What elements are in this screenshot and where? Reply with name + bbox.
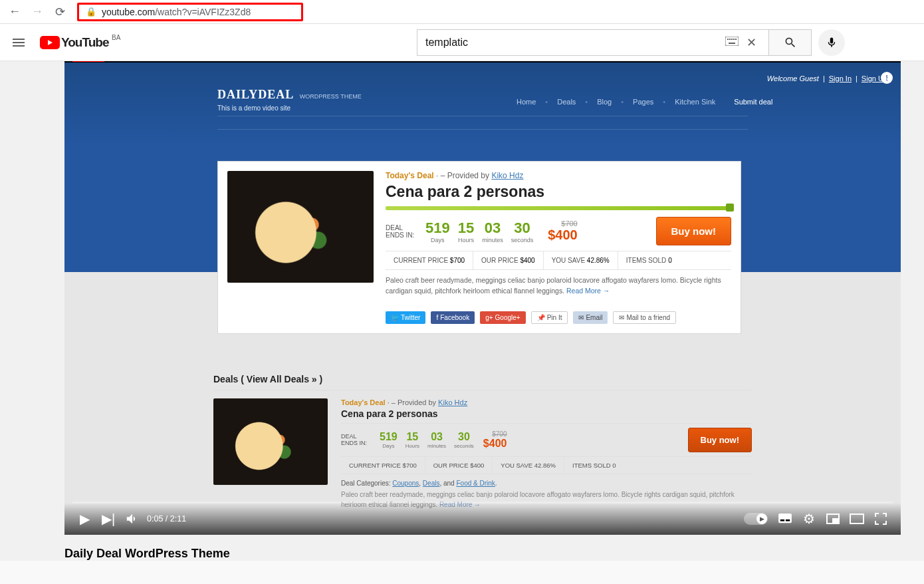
fullscreen-button[interactable] <box>869 507 893 531</box>
volume-button[interactable] <box>120 507 144 531</box>
deal2-provider-link[interactable]: Kiko Hdz <box>438 398 467 406</box>
deal-image[interactable] <box>227 171 374 283</box>
deal2-buy-button[interactable]: Buy now! <box>688 428 752 452</box>
share-row: 🐦 Twitter f Facebook g+ Google+ 📌 Pin It… <box>386 311 731 324</box>
deal-description: Paleo craft beer readymade, meggings cel… <box>386 275 731 297</box>
deal-row-countdown: DEAL ENDS IN: 519Days 15Hours 03minutes … <box>386 217 731 251</box>
browser-toolbar: ← → ⟳ 🔒 youtube.com/watch?v=iAVFIZz3Zd8 <box>0 0 924 24</box>
deal-ends-label: DEAL ENDS IN: <box>386 224 415 239</box>
cat-coupons[interactable]: Coupons <box>392 480 419 487</box>
deal2-image[interactable] <box>213 398 328 485</box>
share-google[interactable]: g+ Google+ <box>480 311 526 324</box>
video-frame: i Welcome Guest | Sign In | Sign Up DAIL… <box>64 61 901 535</box>
share-pinit[interactable]: 📌 Pin It <box>531 311 568 324</box>
deal2-stats-row: CURRENT PRICE $700 OUR PRICE $400 YOU SA… <box>341 457 752 474</box>
share-mail-friend[interactable]: ✉ Mail to a friend <box>613 311 676 324</box>
svg-rect-4 <box>733 39 735 40</box>
autoplay-toggle[interactable] <box>744 513 768 525</box>
nav-pages[interactable]: Pages <box>633 98 653 106</box>
url-domain: youtube.com <box>102 7 155 17</box>
youtube-header: YouTube BA ✕ <box>0 24 924 61</box>
captions-button[interactable] <box>773 507 797 531</box>
youtube-logo-text: YouTube <box>61 35 108 50</box>
address-bar[interactable]: 🔒 youtube.com/watch?v=iAVFIZz3Zd8 <box>77 3 303 21</box>
site-brand[interactable]: DAILYDEAL WORDPRESS THEME This is a demo… <box>217 88 362 112</box>
url-text: youtube.com/watch?v=iAVFIZz3Zd8 <box>102 7 251 17</box>
guide-menu-button[interactable] <box>11 35 27 51</box>
settings-button[interactable]: ⚙ <box>797 507 821 531</box>
svg-rect-7 <box>778 513 792 523</box>
search-input[interactable] <box>425 37 721 49</box>
deal2-price: $700 $400 <box>483 430 507 450</box>
deal-card-main: Today's Deal · – Provided by Kiko Hdz Ce… <box>217 161 741 334</box>
new-price: $400 <box>548 227 578 243</box>
sign-up-link[interactable]: Sign Up <box>862 74 887 82</box>
read-more-link[interactable]: Read More → <box>566 287 610 295</box>
keyboard-icon[interactable] <box>725 37 739 49</box>
share-facebook[interactable]: f Facebook <box>431 311 475 324</box>
search-button[interactable] <box>769 29 812 56</box>
deal-progress-bar <box>386 206 731 210</box>
clear-search-button[interactable]: ✕ <box>743 35 760 50</box>
nav-blog[interactable]: Blog <box>597 98 612 106</box>
youtube-logo[interactable]: YouTube BA <box>40 35 108 50</box>
svg-rect-0 <box>725 37 739 46</box>
svg-rect-2 <box>729 39 731 40</box>
search-box: ✕ <box>417 29 769 56</box>
price-block: $700 $400 <box>548 219 578 243</box>
theater-button[interactable] <box>845 507 869 531</box>
section-heading: Deals ( View All Deals » ) <box>213 374 752 384</box>
miniplayer-button[interactable] <box>821 507 845 531</box>
nav-submit-deal[interactable]: Submit deal <box>734 98 772 106</box>
next-button[interactable]: ▶| <box>96 507 120 531</box>
share-twitter[interactable]: 🐦 Twitter <box>386 311 425 324</box>
video-title: Daily Deal WordPress Theme <box>64 547 924 561</box>
youtube-play-icon <box>40 36 60 49</box>
svg-rect-12 <box>850 514 864 523</box>
brand-title: DAILYDEAL <box>217 88 294 101</box>
reload-button[interactable]: ⟳ <box>51 3 69 21</box>
brand-subtitle: WORDPRESS THEME <box>300 93 362 100</box>
nav-home[interactable]: Home <box>517 98 536 106</box>
view-all-deals-link[interactable]: Deals ( View All Deals » ) <box>213 374 322 384</box>
svg-rect-6 <box>729 43 735 44</box>
svg-rect-3 <box>731 39 733 40</box>
back-button[interactable]: ← <box>5 3 24 21</box>
nav-deals[interactable]: Deals <box>557 98 576 106</box>
deal2-countdown-row: DEAL ENDS IN: 519Days 15Hours 03minutes … <box>341 423 752 457</box>
search-container: ✕ <box>417 29 845 56</box>
lock-icon: 🔒 <box>86 7 96 17</box>
deal-tagline: Today's Deal · – Provided by Kiko Hdz <box>386 171 731 180</box>
sign-in-link[interactable]: Sign In <box>829 74 852 82</box>
video-player[interactable]: i Welcome Guest | Sign In | Sign Up DAIL… <box>64 61 901 535</box>
deal-title: Cena para 2 personas <box>386 183 731 201</box>
countdown: 519Days 15Hours 03minutes 30seconds <box>425 219 533 243</box>
voice-search-button[interactable] <box>818 29 845 56</box>
deal-stats-row: CURRENT PRICE $700 OUR PRICE $400 YOU SA… <box>386 251 731 270</box>
play-button[interactable]: ▶ <box>72 507 96 531</box>
deal2-title: Cena para 2 personas <box>341 408 752 419</box>
buy-now-button[interactable]: Buy now! <box>656 217 732 245</box>
svg-rect-8 <box>780 519 784 521</box>
cat-food-drink[interactable]: Food & Drink <box>456 480 495 487</box>
share-email[interactable]: ✉ Email <box>573 311 608 324</box>
provider-link[interactable]: Kiko Hdz <box>491 171 523 180</box>
welcome-text: Welcome Guest <box>767 74 819 82</box>
svg-rect-11 <box>833 519 838 523</box>
deal2-countdown: 519Days 15Hours 03minutes 30seconds <box>380 431 474 449</box>
today-label: Today's Deal <box>386 171 434 180</box>
svg-rect-5 <box>735 39 737 40</box>
progress-played[interactable] <box>72 61 104 62</box>
video-controls: ▶ ▶| 0:05 / 2:11 ⚙ <box>64 503 901 535</box>
nav-kitchen-sink[interactable]: Kitchen Sink <box>675 98 715 106</box>
deal2-categories: Deal Categories: Coupons, Deals, and Foo… <box>341 480 752 487</box>
svg-rect-1 <box>727 39 729 40</box>
deals-section: Deals ( View All Deals » ) Today's Deal … <box>213 374 752 510</box>
old-price: $700 <box>548 219 578 227</box>
cat-deals[interactable]: Deals <box>423 480 440 487</box>
site-auth-row: Welcome Guest | Sign In | Sign Up <box>767 74 887 82</box>
deal-list-item: Today's Deal · – Provided by Kiko Hdz Ce… <box>213 390 752 510</box>
forward-button[interactable]: → <box>28 3 47 21</box>
svg-rect-9 <box>786 519 790 521</box>
deal2-tagline: Today's Deal · – Provided by Kiko Hdz <box>341 398 752 406</box>
